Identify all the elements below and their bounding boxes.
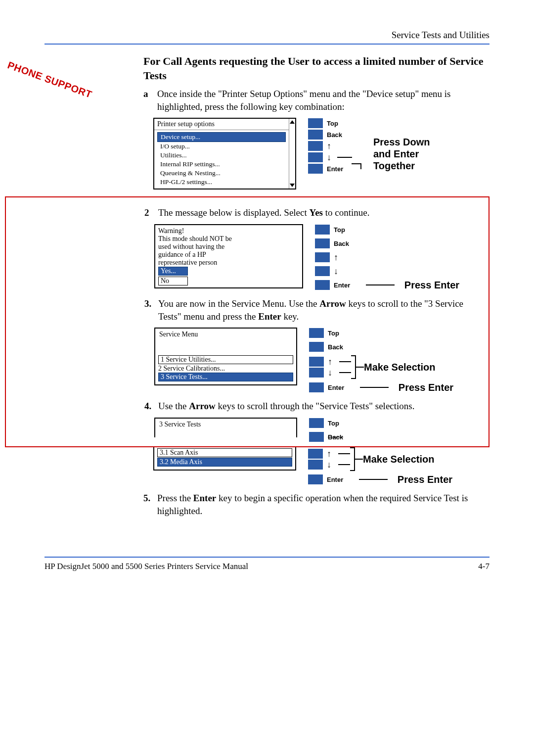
lcd3-item-1: 2 Service Calibrations... — [158, 365, 293, 373]
key-top — [308, 118, 323, 128]
key-up-3 — [309, 357, 324, 367]
footer-left: HP DesignJet 5000 and 5500 Series Printe… — [44, 562, 248, 571]
lcd-warning: Warning! This mode should NOT be used wi… — [154, 224, 303, 288]
step-2-text: The message below is displayed. Select Y… — [158, 206, 484, 219]
step-5: 5. Press the Enter key to begin a specif… — [143, 492, 490, 517]
key-back-2 — [315, 238, 330, 248]
scroll-up-icon — [290, 120, 295, 124]
label-up: ↑ — [327, 142, 331, 150]
lcd-printer-setup: Printer setup options Device setup... I/… — [153, 118, 296, 189]
key-enter-2 — [315, 280, 330, 290]
step-4-text: Use the Arrow keys to scroll through the… — [158, 400, 484, 413]
step-4: 4. Use the Arrow keys to scroll through … — [144, 400, 484, 413]
key-back — [308, 130, 323, 140]
button-column-a: Top Back ↑ ↓ Enter — [308, 118, 361, 174]
key-top-3 — [309, 328, 324, 338]
key-up-2 — [315, 252, 330, 262]
lcd1-item-3: Internal RIP settings... — [157, 160, 286, 169]
step-a-text: Once inside the "Printer Setup Options" … — [157, 88, 490, 113]
button-column-3: Top Back ↑ ↓ Make Selection Enter Press … — [309, 328, 453, 393]
key-down-4 — [308, 460, 323, 470]
watermark: PHONE SUPPORT — [6, 59, 93, 100]
warn-l4: guidance of a HP — [158, 251, 299, 259]
key-enter-3 — [309, 382, 324, 392]
divider-top — [44, 44, 490, 45]
label-top: Top — [327, 120, 348, 127]
step-3: 3. You are now in the Service Menu. Use … — [144, 297, 484, 323]
lcd1-item-0: Device setup... — [157, 132, 286, 142]
lcd-service-tests-top: 3 Service Tests — [154, 418, 297, 437]
diagram-4-bottom: 3.1 Scan Axis 3.2 Media Axis ↑ ↓ Make Se… — [153, 447, 490, 485]
label-down: ↓ — [327, 153, 331, 162]
lcd4-item-1: 3.2 Media Axis — [157, 458, 292, 467]
button-column-4-bottom: ↑ ↓ Make Selection Enter Press Enter — [308, 447, 452, 485]
step-2: 2 The message below is displayed. Select… — [144, 206, 484, 219]
key-up — [308, 141, 323, 151]
press-enter-2: Press Enter — [404, 279, 459, 291]
page-header: Service Tests and Utilities — [44, 30, 490, 41]
highlighted-region: 2 The message below is displayed. Select… — [5, 196, 490, 447]
warn-yes: Yes... — [158, 267, 188, 276]
key-back-3 — [309, 342, 324, 352]
lcd4-item-0: 3.1 Scan Axis — [157, 448, 292, 457]
lcd-service-tests-bottom: 3.1 Scan Axis 3.2 Media Axis — [153, 447, 296, 471]
key-enter — [308, 164, 323, 174]
step-4-marker: 4. — [144, 400, 158, 413]
make-selection-4: Make Selection — [363, 453, 435, 465]
lcd-service-menu: Service Menu 1 Service Utilities... 2 Se… — [154, 328, 297, 385]
key-enter-4 — [308, 474, 323, 484]
key-down-2 — [315, 266, 330, 276]
label-enter: Enter — [327, 165, 348, 173]
lcd1-item-2: Utilities... — [157, 151, 286, 160]
warn-l5: representative person — [158, 259, 299, 267]
lcd3-item-0: 1 Service Utilities... — [158, 355, 293, 364]
lcd3-item-2: 3 Service Tests... — [158, 373, 293, 381]
step-a: a Once inside the "Printer Setup Options… — [143, 88, 490, 113]
step-3-marker: 3. — [144, 297, 158, 323]
diagram-3: Service Menu 1 Service Utilities... 2 Se… — [154, 328, 484, 393]
key-top-4 — [309, 418, 324, 428]
warn-l2: This mode should NOT be — [158, 235, 299, 243]
button-column-2: Top Back ↑ ↓ Enter Press Enter — [315, 224, 459, 290]
label-back: Back — [327, 131, 348, 139]
warn-no: No — [158, 277, 188, 285]
lcd1-item-4: Queueing & Nesting... — [157, 169, 286, 178]
diagram-4-top: 3 Service Tests Top Back — [154, 418, 484, 442]
key-top-2 — [315, 225, 330, 235]
warn-l3: used without having the — [158, 243, 299, 251]
lcd1-title: Printer setup options — [157, 120, 215, 128]
step-5-marker: 5. — [143, 492, 157, 517]
lcd1-item-5: HP-GL/2 settings... — [157, 178, 286, 187]
divider-bottom — [44, 557, 490, 558]
key-up-4 — [308, 449, 323, 459]
key-down-3 — [309, 368, 324, 378]
make-selection-3: Make Selection — [364, 361, 436, 373]
lcd4-title: 3 Service Tests — [155, 419, 296, 430]
key-down — [308, 152, 323, 162]
step-a-marker: a — [143, 88, 157, 113]
step-2-marker: 2 — [144, 206, 158, 219]
press-enter-3: Press Enter — [399, 381, 453, 393]
step-5-text: Press the Enter key to begin a specific … — [157, 492, 490, 517]
diagram-2: Warning! This mode should NOT be used wi… — [154, 224, 484, 290]
press-enter-4: Press Enter — [398, 473, 452, 485]
section-heading: For Call Agents requesting the User to a… — [143, 54, 490, 83]
button-column-4-top: Top Back — [309, 418, 349, 442]
footer-right: 4-7 — [478, 562, 490, 571]
step-3-text: You are now in the Service Menu. Use the… — [158, 297, 484, 323]
warn-l1: Warning! — [158, 227, 299, 235]
diagram-a: Printer setup options Device setup... I/… — [153, 118, 490, 189]
page-footer: HP DesignJet 5000 and 5500 Series Printe… — [44, 562, 490, 571]
scroll-down-icon — [290, 184, 295, 187]
action-a: Press Down and Enter Together — [373, 136, 447, 172]
key-back-4 — [309, 432, 324, 442]
lcd1-item-1: I/O setup... — [157, 142, 286, 151]
lcd3-title: Service Menu — [155, 329, 296, 340]
